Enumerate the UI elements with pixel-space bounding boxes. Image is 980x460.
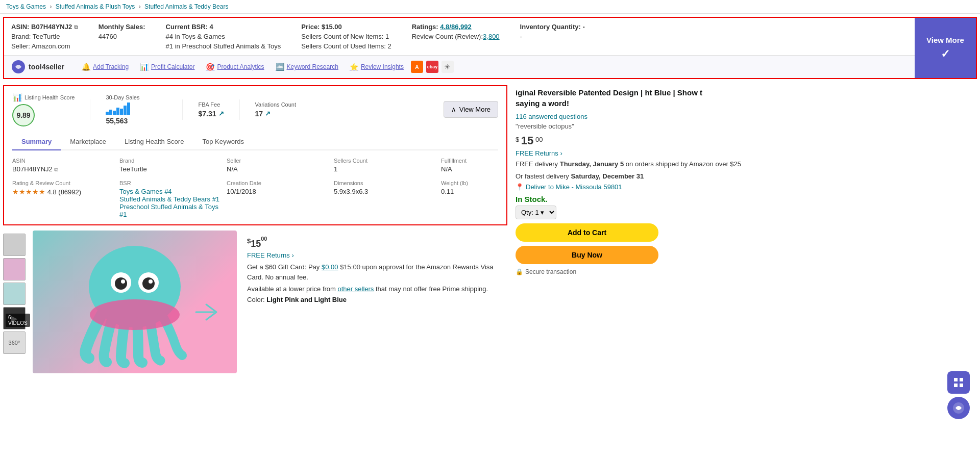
bar-4 [116, 108, 119, 115]
variations-external-icon[interactable]: ↗ [265, 110, 271, 117]
sales-value: 55,563 [106, 117, 167, 125]
breadcrumb-link-3[interactable]: Stuffed Animals & Teddy Bears [144, 3, 228, 10]
fba-box: FBA Fee $7.31 ↗ [198, 101, 224, 118]
360-thumbnail[interactable]: 360° [3, 331, 26, 354]
bsr-toys-link[interactable]: Toys & Games #4 [119, 188, 172, 195]
product-title-partial: iginal Reversible Patented Design | ht B… [516, 87, 709, 109]
settings-icon[interactable]: ☀ [442, 61, 454, 73]
brand-cell: Brand TeeTurtle [119, 158, 222, 173]
breadcrumb-link-2[interactable]: Stuffed Animals & Plush Toys [56, 3, 135, 10]
gift-price-link[interactable]: $0.00 [322, 263, 338, 271]
chevron-up-icon: ∧ [451, 106, 456, 113]
delivery-date: Thursday, January 5 [560, 160, 624, 168]
widget-view-more-button[interactable]: ∧ View More [444, 101, 498, 118]
price-label: Price: $15.00 [301, 23, 391, 31]
floating-grid-icon[interactable] [947, 371, 970, 373]
inventory-label: Inventory Quantity: - [520, 23, 585, 31]
fastest-label: Or fastest delivery [516, 172, 569, 180]
price-dollars: 15 [521, 134, 533, 147]
amazon-right-panel: iginal Reversible Patented Design | ht B… [510, 82, 980, 373]
variations-box: Variations Count 17 ↗ [255, 101, 297, 118]
video-thumbnail[interactable]: ▶ 6 VIDEOS [3, 307, 26, 329]
tab-summary[interactable]: Summary [12, 134, 61, 150]
bsr-stuffed-link[interactable]: Stuffed Animals & Teddy Bears #1 [119, 195, 219, 203]
delivery-location[interactable]: 📍 Deliver to Mike - Missoula 59801 [516, 183, 970, 191]
svg-point-8 [90, 299, 180, 330]
ebay-icon[interactable]: ebay [426, 61, 438, 73]
product-metrics: ASIN: B07H48YNJ2 ⧉ Brand: TeeTurtle Sell… [4, 18, 915, 55]
bar-chart-icon: 📊 [12, 92, 22, 102]
monthly-sales-label: Monthly Sales: [99, 23, 145, 31]
bar-6 [124, 106, 127, 115]
review-insights-label: Review Insights [361, 63, 404, 70]
bottom-price: $1500 [247, 236, 500, 249]
thumbnail-1[interactable] [3, 234, 26, 256]
breadcrumb-link-1[interactable]: Toys & Games [6, 3, 46, 10]
bar-2 [109, 110, 112, 115]
bottom-price-cents: 00 [261, 237, 267, 245]
bottom-free-returns-link[interactable]: FREE Returns › [247, 251, 500, 259]
aliexpress-icon[interactable]: A [411, 61, 423, 73]
page-layout: 📊 Listing Health Score 9.89 30-Day Sales [0, 82, 980, 373]
free-returns-link[interactable]: FREE Returns › [516, 149, 970, 157]
svg-point-7 [149, 279, 153, 284]
t4s-logo-text: tool4seller [29, 63, 64, 71]
buy-now-button[interactable]: Buy Now [516, 246, 658, 264]
keyword-research-label: Keyword Research [287, 63, 338, 70]
star-rating: ★★★★★ [12, 188, 45, 196]
tab-marketplace[interactable]: Marketplace [61, 134, 115, 150]
tab-top-keywords[interactable]: Top Keywords [193, 134, 253, 150]
thumbnail-2[interactable] [3, 258, 26, 280]
bsr-preschool-link[interactable]: Preschool Stuffed Animals & Toys #1 [119, 203, 218, 218]
ratings-label: Ratings: 4.8/86,992 [412, 23, 500, 31]
variations-label: Variations Count [255, 101, 297, 108]
profit-calculator-button[interactable]: 📊 Profit Calculator [136, 61, 199, 73]
rating-value: ★★★★★ 4.8 (86992) [12, 188, 114, 196]
color-info: Color: Light Pink and Light Blue [247, 296, 500, 303]
breadcrumb: Toys & Games › Stuffed Animals & Plush T… [0, 0, 980, 14]
copy-icon[interactable]: ⧉ [74, 24, 78, 30]
asin-copy-icon[interactable]: ⧉ [54, 166, 58, 172]
product-analytics-label: Product Analytics [217, 63, 264, 70]
bsr-group: Current BSR: 4 #4 in Toys & Games #1 in … [166, 23, 281, 50]
sellers-count-value: 1 [334, 165, 436, 173]
video-badge: 6 VIDEOS [6, 314, 30, 327]
bsr-rank1: #4 in Toys & Games [166, 33, 281, 40]
variations-value: 17 ↗ [255, 110, 297, 118]
quantity-selector[interactable]: Qty: 1 ▾ [516, 206, 556, 219]
brand-value-detail: TeeTurtle [119, 165, 222, 173]
tab-listing-health-score[interactable]: Listing Health Score [115, 134, 193, 150]
ratings-link[interactable]: 4.8/86,992 [440, 23, 471, 31]
sales-box: 30-Day Sales 55,563 [106, 94, 167, 125]
view-more-button[interactable]: View More ✓ [915, 18, 976, 78]
divider-2 [182, 99, 183, 120]
qa-count[interactable]: 116 answered questions [516, 113, 970, 120]
widget-metrics: 📊 Listing Health Score 9.89 30-Day Sales [12, 92, 498, 126]
product-analytics-button[interactable]: 🎯 Product Analytics [202, 61, 268, 73]
profit-calculator-label: Profit Calculator [151, 63, 194, 70]
product-image-svg [38, 236, 232, 368]
thumbnail-3[interactable] [3, 283, 26, 305]
asin-label: ASIN: B07H48YNJ2 ⧉ [11, 23, 78, 31]
in-stock-label: In Stock. [516, 195, 970, 203]
secure-transaction: 🔒 Secure transaction [516, 268, 970, 275]
bar-7 [127, 103, 130, 115]
add-to-cart-button[interactable]: Add to Cart [516, 223, 658, 242]
lock-icon: 🔒 [516, 268, 523, 275]
review-insights-icon: ⭐ [350, 63, 358, 71]
keyword-research-button[interactable]: 🔤 Keyword Research [272, 61, 342, 73]
price-group: Price: $15.00 Sellers Count of New Items… [301, 23, 391, 50]
review-link[interactable]: 3,800 [483, 33, 500, 40]
image-thumbnails: ▶ 6 VIDEOS 360° [0, 231, 29, 373]
add-tracking-button[interactable]: 🔔 Add Tracking [78, 61, 133, 73]
fba-external-icon[interactable]: ↗ [218, 110, 224, 117]
location-pin-icon: 📍 [516, 183, 524, 191]
svg-point-5 [142, 277, 155, 290]
sales-chart [106, 103, 167, 115]
fastest-date: Saturday, December 31 [571, 172, 644, 180]
other-sellers-link[interactable]: other sellers [338, 285, 374, 293]
bsr-label: Current BSR: 4 [166, 23, 281, 31]
bottom-section: ▶ 6 VIDEOS 360° [0, 231, 510, 373]
review-insights-button[interactable]: ⭐ Review Insights [346, 61, 408, 73]
monthly-sales-value: 44760 [99, 33, 145, 40]
